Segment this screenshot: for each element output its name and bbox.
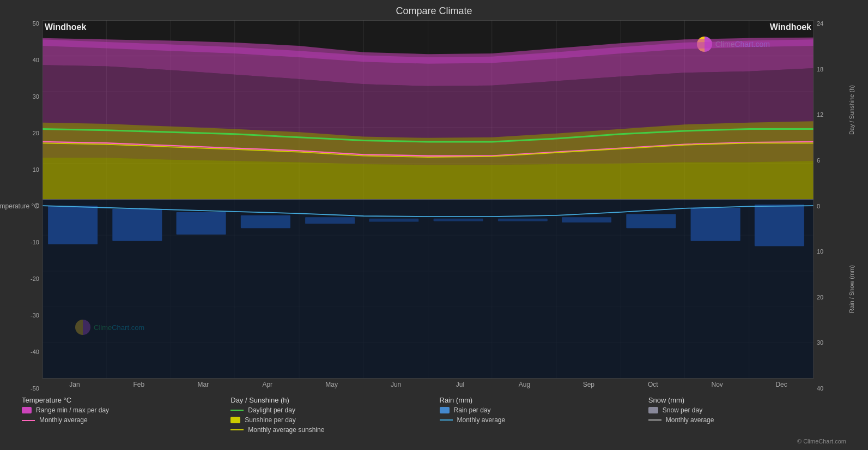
legend-daylight-label: Daylight per day xyxy=(248,406,295,414)
x-label-apr: Apr xyxy=(235,381,300,392)
tick-50-top: 50 xyxy=(33,20,39,27)
main-container: Compare Climate Temperature °C 50 40 30 … xyxy=(0,0,868,450)
legend-snow-per-day-label: Snow per day xyxy=(663,406,702,414)
svg-rect-44 xyxy=(241,215,290,228)
legend-sunshine-title: Day / Sunshine (h) xyxy=(230,396,428,404)
legend-temp-title: Temperature °C xyxy=(22,396,220,404)
svg-rect-46 xyxy=(369,219,418,222)
tick-neg30: -30 xyxy=(31,312,39,319)
right-label-day-text: Day / Sunshine (h) xyxy=(848,85,855,135)
legend-rain-avg-line xyxy=(440,419,453,421)
legend-sunshine: Day / Sunshine (h) Daylight per day Suns… xyxy=(230,396,428,436)
x-label-aug: Aug xyxy=(492,381,556,392)
tick-neg20: -20 xyxy=(31,275,39,282)
legend-sunshine-avg-label: Monthly average sunshine xyxy=(248,426,324,434)
x-axis-row: Jan Feb Mar Apr May Jun Jul Aug Sep Oct … xyxy=(43,379,814,392)
legend-snow-swatch-item: Snow per day xyxy=(648,406,846,414)
svg-rect-51 xyxy=(691,208,740,241)
x-label-may: May xyxy=(300,381,364,392)
legend-rain-swatch-item: Rain per day xyxy=(440,406,638,414)
svg-rect-42 xyxy=(112,209,162,241)
x-label-mar: Mar xyxy=(171,381,235,392)
tick-neg10: -10 xyxy=(31,239,39,245)
right-label-day: Day / Sunshine (h) xyxy=(846,20,857,200)
legend-rain-avg: Monthly average xyxy=(440,416,638,424)
right-label-rain-text: Rain / Snow (mm) xyxy=(848,265,855,313)
y-axis-right: 24 18 12 6 0 10 20 30 40 Day / Sunshine … xyxy=(814,20,857,392)
legend-snow-avg: Monthly average xyxy=(648,416,846,424)
svg-rect-52 xyxy=(755,205,804,246)
legend-sunshine-swatch-item: Sunshine per day xyxy=(230,416,428,424)
tick-20: 20 xyxy=(33,130,39,136)
legend-temp-range-swatch xyxy=(22,407,32,413)
legend-temp-avg-line xyxy=(22,420,35,421)
x-label-feb: Feb xyxy=(107,381,171,392)
tick-neg40: -40 xyxy=(31,349,39,355)
x-label-dec: Dec xyxy=(749,381,814,392)
legend-area: Temperature °C Range min / max per day M… xyxy=(11,392,857,438)
tick-30: 30 xyxy=(33,93,39,100)
y-axis-left: Temperature °C 50 40 30 20 10 0 -10 -20 … xyxy=(11,20,43,392)
x-label-jun: Jun xyxy=(364,381,428,392)
right-axis-labels: Day / Sunshine (h) Rain / Snow (mm) xyxy=(846,20,857,379)
chart-wrapper: Temperature °C 50 40 30 20 10 0 -10 -20 … xyxy=(11,20,857,392)
legend-rain-swatch-label: Rain per day xyxy=(454,406,491,414)
legend-rain-avg-label: Monthly average xyxy=(457,416,506,424)
tick-neg50: -50 xyxy=(31,385,39,392)
legend-sunshine-swatch-label: Sunshine per day xyxy=(245,416,295,424)
chart-title: Compare Climate xyxy=(11,5,857,17)
x-label-sep: Sep xyxy=(556,381,621,392)
legend-snow-avg-label: Monthly average xyxy=(666,416,714,424)
chart-column: Windhoek Windhoek ClimeChart.com ClimeCh… xyxy=(43,20,814,392)
x-label-jul: Jul xyxy=(428,381,493,392)
legend-sunshine-swatch xyxy=(230,417,240,423)
svg-rect-48 xyxy=(498,219,548,221)
legend-temp-range-label: Range min / max per day xyxy=(36,406,109,414)
svg-rect-49 xyxy=(562,217,611,222)
legend-rain: Rain (mm) Rain per day Monthly average xyxy=(440,396,638,436)
tick-40: 40 xyxy=(33,57,39,63)
legend-snow: Snow (mm) Snow per day Monthly average xyxy=(648,396,846,436)
right-label-rain: Rain / Snow (mm) xyxy=(846,200,857,379)
legend-temp-avg: Monthly average xyxy=(22,416,220,424)
svg-rect-50 xyxy=(626,214,676,228)
chart-svg xyxy=(43,20,814,379)
right-tick-40: 40 xyxy=(817,385,857,392)
legend-sunshine-avg: Monthly average sunshine xyxy=(230,426,428,434)
legend-daylight-line xyxy=(230,410,244,411)
svg-rect-47 xyxy=(434,219,483,221)
legend-snow-title: Snow (mm) xyxy=(648,396,846,404)
legend-sunshine-avg-line xyxy=(230,429,244,430)
legend-temp-range: Range min / max per day xyxy=(22,406,220,414)
y-axis-left-label: Temperature °C xyxy=(0,202,39,210)
legend-temp-avg-label: Monthly average xyxy=(39,416,88,424)
x-label-nov: Nov xyxy=(685,381,749,392)
x-labels: Jan Feb Mar Apr May Jun Jul Aug Sep Oct … xyxy=(43,379,814,392)
copyright: © ClimeChart.com xyxy=(11,438,857,445)
legend-daylight: Daylight per day xyxy=(230,406,428,414)
legend-rain-title: Rain (mm) xyxy=(440,396,638,404)
legend-snow-avg-line xyxy=(648,419,661,421)
chart-inner: Windhoek Windhoek ClimeChart.com ClimeCh… xyxy=(43,20,814,379)
legend-temperature: Temperature °C Range min / max per day M… xyxy=(22,396,220,436)
tick-10: 10 xyxy=(33,166,39,173)
svg-rect-41 xyxy=(48,206,98,244)
legend-rain-swatch xyxy=(440,407,450,413)
svg-rect-43 xyxy=(177,212,226,235)
x-label-oct: Oct xyxy=(621,381,685,392)
x-label-jan: Jan xyxy=(43,381,107,392)
svg-rect-45 xyxy=(305,217,355,224)
legend-snow-swatch xyxy=(648,407,658,413)
